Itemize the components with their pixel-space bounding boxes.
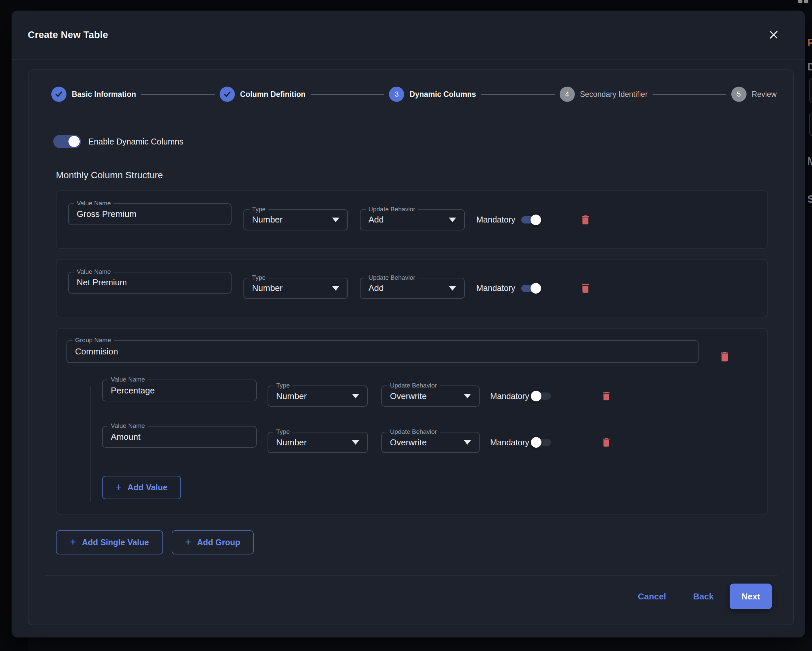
step-label: Dynamic Columns (409, 90, 476, 99)
indent-guide (90, 386, 91, 502)
value-name-input[interactable] (103, 427, 256, 447)
group-card: Group Name Value Name (56, 328, 768, 515)
close-button[interactable] (766, 27, 781, 42)
update-behavior-value: Add (368, 215, 384, 225)
add-group-button[interactable]: + Add Group (172, 530, 254, 555)
next-button[interactable]: Next (730, 584, 772, 609)
step-number-circle[interactable]: 5 (731, 87, 746, 102)
type-value: Number (276, 438, 307, 448)
footer-divider (45, 575, 777, 576)
step-check-circle[interactable] (51, 87, 67, 102)
value-name-field[interactable]: Value Name (102, 426, 256, 448)
mandatory-control: Mandatory (476, 214, 540, 226)
dialog-header: Create New Table (12, 11, 805, 59)
step-basic-information[interactable]: Basic Information (51, 87, 136, 102)
update-behavior-select[interactable]: Update Behavior Add (360, 209, 465, 230)
mandatory-switch[interactable] (532, 437, 551, 448)
update-behavior-label: Update Behavior (387, 382, 440, 389)
type-select[interactable]: Type Number (243, 209, 348, 230)
group-name-field[interactable]: Group Name (67, 340, 699, 363)
chevron-down-icon (332, 218, 339, 222)
wizard-card: Basic Information Column Definition 3 Dy… (28, 69, 794, 625)
type-value: Number (252, 215, 282, 225)
value-name-input[interactable] (69, 204, 231, 224)
dialog-footer: Cancel Back Next (45, 583, 772, 610)
add-actions-row: + Add Single Value + Add Group (56, 530, 777, 555)
back-button[interactable]: Back (693, 592, 714, 602)
create-new-table-dialog: Create New Table Basic Information (12, 11, 805, 637)
step-number-circle[interactable]: 4 (560, 87, 575, 102)
group-value-row: Value Name Type Number Update Behavior O… (102, 382, 767, 410)
background-page-bottom (29, 637, 812, 651)
stepper-connector (481, 94, 555, 95)
stepper-connector (653, 94, 727, 95)
step-label: Secondary Identifier (580, 90, 648, 99)
update-behavior-label: Update Behavior (366, 274, 418, 281)
update-behavior-select[interactable]: Update Behavior Add (360, 278, 465, 299)
stepper-connector (311, 94, 384, 95)
delete-row-button[interactable] (580, 282, 591, 294)
update-behavior-value: Add (368, 283, 384, 293)
background-letter: D (807, 61, 812, 73)
value-name-label: Value Name (74, 268, 113, 275)
type-select[interactable]: Type Number (267, 386, 368, 407)
type-select[interactable]: Type Number (243, 278, 348, 299)
section-heading: Monthly Column Structure (56, 170, 777, 180)
value-name-input[interactable] (69, 273, 231, 293)
update-behavior-label: Update Behavior (366, 206, 418, 213)
check-icon (223, 90, 232, 99)
toggle-thumb (69, 136, 80, 147)
plus-icon: + (185, 537, 191, 547)
mandatory-label: Mandatory (476, 284, 515, 293)
switch-thumb (531, 215, 541, 225)
update-behavior-value: Overwrite (390, 391, 427, 401)
value-name-field[interactable]: Value Name (102, 380, 256, 401)
enable-dynamic-columns-toggle[interactable] (53, 135, 81, 148)
mandatory-switch[interactable] (521, 214, 540, 226)
add-group-label: Add Group (197, 538, 240, 547)
value-name-label: Value Name (108, 422, 148, 430)
delete-icon (601, 436, 612, 448)
mandatory-switch[interactable] (521, 283, 540, 294)
step-label: Column Definition (240, 90, 305, 99)
value-name-field[interactable]: Value Name (68, 272, 232, 294)
single-value-card: Value Name Type Number Update Behavior A… (56, 259, 768, 317)
background-letter: S (807, 194, 812, 205)
type-value: Number (276, 391, 307, 401)
step-number-circle[interactable]: 3 (389, 87, 404, 102)
mandatory-switch[interactable] (532, 390, 551, 402)
update-behavior-select[interactable]: Update Behavior Overwrite (382, 432, 479, 453)
add-value-button[interactable]: + Add Value (102, 476, 181, 499)
cancel-button[interactable]: Cancel (638, 592, 666, 602)
type-label: Type (249, 274, 268, 281)
step-dynamic-columns[interactable]: 3 Dynamic Columns (389, 87, 476, 102)
check-icon (55, 90, 63, 99)
group-name-input[interactable] (67, 341, 698, 362)
window-fragment (798, 0, 803, 3)
add-single-value-button[interactable]: + Add Single Value (56, 530, 163, 555)
step-review[interactable]: 5 Review (731, 87, 777, 102)
step-label: Review (752, 90, 777, 99)
update-behavior-select[interactable]: Update Behavior Overwrite (382, 386, 479, 407)
value-name-field[interactable]: Value Name (68, 203, 232, 225)
delete-row-button[interactable] (601, 436, 612, 448)
chevron-down-icon (332, 286, 339, 291)
step-label: Basic Information (72, 90, 136, 99)
delete-row-button[interactable] (580, 213, 591, 226)
step-secondary-identifier[interactable]: 4 Secondary Identifier (560, 87, 648, 102)
mandatory-label: Mandatory (476, 215, 515, 224)
delete-row-button[interactable] (601, 390, 612, 402)
step-column-definition[interactable]: Column Definition (220, 87, 305, 102)
dialog-title: Create New Table (28, 29, 108, 40)
single-value-row: Value Name Type Number Update Behavior A… (56, 191, 767, 248)
delete-icon (580, 282, 591, 294)
step-check-circle[interactable] (220, 87, 235, 102)
type-label: Type (273, 382, 292, 389)
chevron-down-icon (352, 394, 359, 398)
stepper-connector (141, 94, 215, 95)
type-select[interactable]: Type Number (267, 432, 368, 453)
mandatory-label: Mandatory (490, 438, 529, 447)
delete-group-button[interactable] (718, 350, 731, 364)
mandatory-control: Mandatory (490, 390, 551, 402)
value-name-input[interactable] (103, 380, 256, 401)
